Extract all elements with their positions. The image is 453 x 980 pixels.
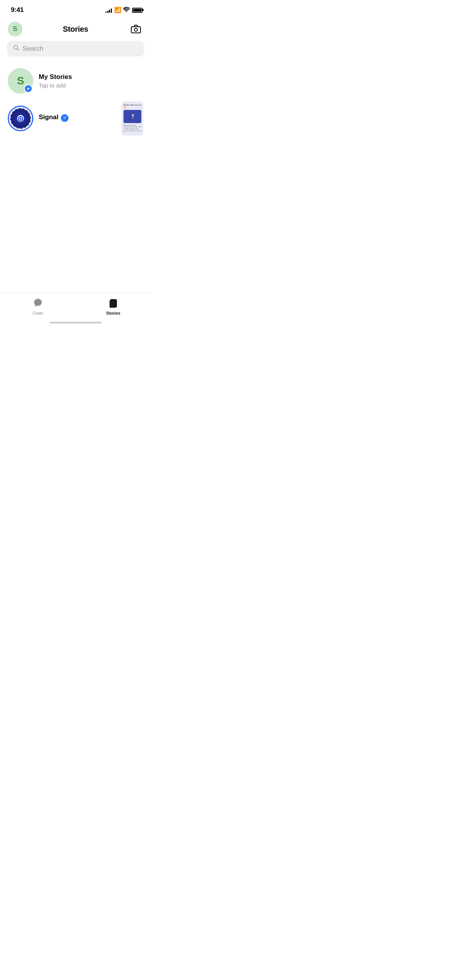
svg-rect-0	[131, 27, 141, 33]
status-icons: 📶	[105, 7, 142, 14]
signal-check-icon: ✓	[63, 115, 67, 120]
camera-button[interactable]	[129, 22, 143, 36]
add-story-badge: +	[24, 84, 33, 93]
search-placeholder-text: Search	[22, 45, 43, 53]
signal-bars-icon	[105, 8, 112, 13]
status-bar: 9:41 📶	[0, 0, 151, 19]
signal-story-thumbnail[interactable]: Ready when you are 👋 ↗ Share your first …	[122, 101, 143, 135]
chats-tab-icon	[33, 298, 43, 309]
stories-tab-icon	[108, 298, 118, 309]
search-bar[interactable]: Search	[7, 41, 144, 57]
signal-verified-badge: ✓	[61, 114, 69, 122]
my-story-text: My Stories Tap to add	[39, 73, 143, 89]
status-time: 9:41	[11, 6, 24, 14]
tab-bar: Chats Stories	[0, 293, 151, 327]
my-stories-item[interactable]: S + My Stories Tap to add	[0, 64, 151, 98]
my-story-name: My Stories	[39, 73, 143, 81]
thumbnail-bottom-text: Share your first story whenever you're r…	[124, 125, 141, 134]
stories-tab-label: Stories	[106, 311, 120, 315]
nav-header: S Stories	[0, 19, 151, 41]
signal-name-wrap: Signal ✓	[39, 113, 116, 122]
tab-stories[interactable]: Stories	[76, 298, 151, 315]
signal-story-name: Signal	[39, 113, 58, 121]
battery-icon	[132, 8, 142, 13]
thumbnail-screen: ↗	[124, 110, 141, 123]
signal-story-item[interactable]: Signal ✓ Ready when you are 👋 ↗ Share yo…	[0, 98, 151, 139]
search-container: Search	[0, 41, 151, 64]
wifi-icon: 📶	[114, 7, 130, 14]
signal-bar-4	[111, 9, 112, 13]
camera-icon	[130, 24, 141, 34]
signal-bar-2	[107, 11, 108, 13]
signal-bar-3	[109, 10, 110, 13]
home-indicator	[50, 322, 101, 324]
signal-story-text: Signal ✓	[39, 113, 116, 123]
battery-fill	[133, 9, 141, 12]
profile-avatar[interactable]: S	[8, 22, 22, 36]
svg-point-1	[134, 28, 137, 31]
signal-bar-1	[105, 12, 106, 13]
signal-logo-icon	[14, 111, 27, 125]
signal-avatar-inner	[10, 108, 31, 129]
tab-chats[interactable]: Chats	[0, 298, 76, 315]
signal-avatar-wrap	[8, 106, 33, 131]
my-story-subtitle: Tap to add	[39, 82, 143, 89]
stories-list: S + My Stories Tap to add Signa	[0, 64, 151, 139]
thumbnail-arrow-icon: ↗	[128, 112, 137, 121]
svg-rect-10	[110, 299, 117, 307]
search-icon	[13, 45, 19, 53]
page-title: Stories	[63, 25, 88, 34]
my-story-avatar-wrap: S +	[8, 68, 33, 94]
svg-point-5	[19, 118, 21, 120]
chats-tab-label: Chats	[32, 311, 43, 315]
thumbnail-top-text: Ready when you are 👋	[124, 104, 141, 108]
svg-line-3	[17, 49, 19, 51]
